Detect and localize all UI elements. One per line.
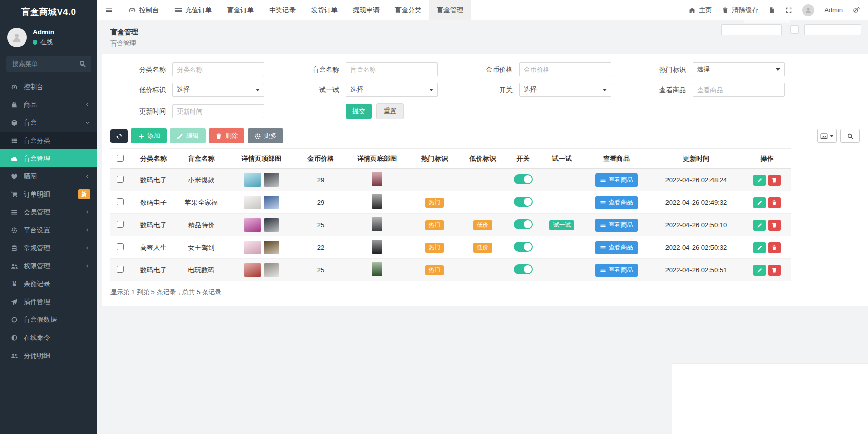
- row-delete-button[interactable]: [768, 197, 781, 208]
- bottom-image-thumbnail[interactable]: [372, 194, 382, 209]
- row-checkbox[interactable]: [117, 176, 124, 183]
- language-button[interactable]: [768, 7, 775, 14]
- row-delete-button[interactable]: [768, 220, 781, 231]
- switch-toggle[interactable]: [514, 219, 533, 229]
- sidebar-item-general[interactable]: 常规管理: [0, 239, 97, 257]
- tab-dashboard[interactable]: 控制台: [121, 0, 167, 20]
- switch-toggle[interactable]: [514, 242, 533, 252]
- switch-toggle[interactable]: [514, 264, 533, 274]
- more-button[interactable]: 更多: [248, 128, 283, 143]
- filter-form: 分类名称 盲盒名称 金币价格 热门标识选择 低价标识选择 试一试选择 开关选择 …: [102, 54, 868, 122]
- top-image-thumbnail[interactable]: [244, 263, 261, 277]
- switch-toggle[interactable]: [514, 197, 533, 207]
- view-product-button[interactable]: 查看商品: [595, 264, 638, 277]
- tab-shipping-orders[interactable]: 发货订单: [303, 0, 345, 20]
- row-delete-button[interactable]: [768, 175, 781, 186]
- sidebar-item-online-command[interactable]: 在线命令: [0, 329, 97, 346]
- top-image-thumbnail[interactable]: [264, 263, 279, 277]
- top-image-thumbnail[interactable]: [264, 196, 279, 209]
- sidebar-item-balance[interactable]: ¥ 余额记录: [0, 275, 97, 293]
- view-product-input[interactable]: [693, 83, 785, 97]
- row-delete-button[interactable]: [768, 242, 781, 253]
- select-all-checkbox[interactable]: [117, 155, 124, 162]
- hot-badge: 热门: [425, 265, 444, 275]
- settings-button[interactable]: [853, 7, 860, 14]
- refresh-button[interactable]: [110, 129, 128, 143]
- sidebar-item-members[interactable]: 会员管理: [0, 203, 97, 221]
- tab-win-records[interactable]: 中奖记录: [261, 0, 303, 20]
- tab-blindbox-orders[interactable]: 盲盒订单: [219, 0, 261, 20]
- cell-name: 女王驾到: [177, 236, 226, 259]
- delete-button[interactable]: 删除: [209, 128, 244, 143]
- view-product-button[interactable]: 查看商品: [595, 196, 638, 209]
- sidebar-item-plugins[interactable]: 插件管理: [0, 293, 97, 311]
- hot-badge: 热门: [425, 198, 444, 208]
- avatar[interactable]: [802, 4, 814, 16]
- sidebar-item-order-detail[interactable]: 订单明细 新: [0, 185, 97, 203]
- coin-price-input[interactable]: [519, 62, 611, 76]
- row-delete-button[interactable]: [768, 265, 781, 276]
- view-product-button[interactable]: 查看商品: [595, 241, 638, 254]
- table-row: 数码电子 电玩数码 25 热门 查看商品 2022-04-26 02:50:51: [110, 259, 791, 281]
- tab-blindbox-category[interactable]: 盲盒分类: [387, 0, 429, 20]
- fullscreen-button[interactable]: [785, 7, 792, 14]
- navbar-user-name[interactable]: Admin: [824, 6, 843, 14]
- row-edit-button[interactable]: [753, 197, 766, 208]
- sidebar-toggle-button[interactable]: [97, 0, 121, 20]
- edit-button[interactable]: 编辑: [170, 128, 206, 143]
- submit-button[interactable]: 提交: [346, 104, 372, 119]
- sidebar-item-blindbox-manage[interactable]: 盲盒管理: [0, 149, 97, 167]
- add-button[interactable]: 添加: [131, 128, 167, 143]
- home-link[interactable]: 主页: [688, 6, 712, 15]
- sidebar-item-permissions[interactable]: 权限管理: [0, 257, 97, 275]
- bottom-image-thumbnail[interactable]: [372, 240, 382, 254]
- filter-label: 盲盒名称: [297, 65, 346, 74]
- sidebar-item-fake-data[interactable]: 盲盒假数据: [0, 311, 97, 329]
- reset-button[interactable]: 重置: [376, 103, 404, 119]
- hot-flag-select[interactable]: 选择: [693, 62, 785, 76]
- sidebar-item-dashboard[interactable]: 控制台: [0, 78, 97, 96]
- export-button[interactable]: [817, 129, 837, 143]
- row-checkbox[interactable]: [117, 198, 124, 205]
- bottom-image-thumbnail[interactable]: [372, 262, 382, 276]
- user-profile[interactable]: Admin 在线: [0, 24, 97, 53]
- row-edit-button[interactable]: [753, 242, 766, 253]
- sidebar-item-photos[interactable]: 晒图: [0, 167, 97, 185]
- sidebar-item-blindbox-category[interactable]: 盲盒分类: [0, 132, 97, 149]
- row-edit-button[interactable]: [753, 175, 766, 186]
- sidebar-item-goods[interactable]: 商品: [0, 96, 97, 114]
- top-image-thumbnail[interactable]: [264, 173, 279, 187]
- low-price-flag-select[interactable]: 选择: [172, 83, 264, 97]
- row-edit-button[interactable]: [753, 265, 766, 276]
- view-product-button[interactable]: 查看商品: [595, 219, 638, 232]
- sidebar-item-commission[interactable]: 分佣明细: [0, 346, 97, 364]
- gauge-icon: [128, 6, 136, 14]
- box-name-input[interactable]: [346, 62, 438, 76]
- view-product-button[interactable]: 查看商品: [595, 173, 638, 187]
- bottom-image-thumbnail[interactable]: [372, 217, 382, 231]
- switch-toggle[interactable]: [514, 174, 533, 184]
- tab-withdrawal-requests[interactable]: 提现申请: [345, 0, 387, 20]
- switch-select[interactable]: 选择: [519, 83, 611, 97]
- sidebar-item-blindbox[interactable]: 盲盒: [0, 114, 97, 132]
- top-image-thumbnail[interactable]: [244, 196, 261, 209]
- cell-price: 29: [297, 169, 344, 191]
- top-image-thumbnail[interactable]: [244, 241, 261, 254]
- page-subtitle: 盲盒管理: [110, 39, 868, 48]
- search-toggle-button[interactable]: [840, 129, 860, 143]
- top-image-thumbnail[interactable]: [244, 173, 261, 187]
- tab-blindbox-manage[interactable]: 盲盒管理: [429, 0, 471, 20]
- update-time-input[interactable]: [172, 104, 264, 118]
- row-edit-button[interactable]: [753, 220, 766, 231]
- top-image-thumbnail[interactable]: [264, 241, 279, 254]
- row-checkbox[interactable]: [117, 221, 124, 228]
- row-checkbox[interactable]: [117, 266, 124, 273]
- sidebar-item-platform-settings[interactable]: 平台设置: [0, 221, 97, 239]
- row-checkbox[interactable]: [117, 243, 124, 250]
- top-image-thumbnail[interactable]: [264, 218, 279, 232]
- category-name-input[interactable]: [172, 62, 264, 76]
- bottom-image-thumbnail[interactable]: [372, 172, 382, 186]
- try-select[interactable]: 选择: [346, 83, 438, 97]
- tab-recharge-orders[interactable]: 充值订单: [167, 0, 219, 20]
- top-image-thumbnail[interactable]: [244, 218, 261, 232]
